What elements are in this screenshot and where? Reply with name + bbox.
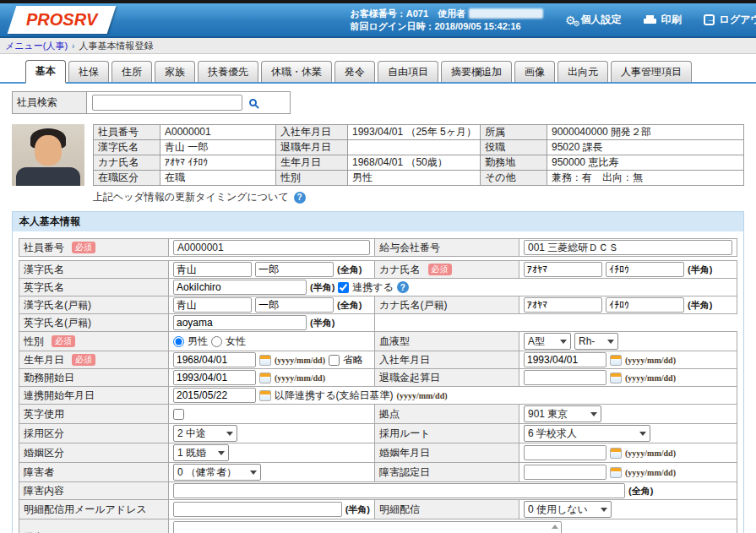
summary-value: 在職	[160, 170, 276, 186]
calendar-icon[interactable]	[610, 373, 622, 383]
personal-settings-label: 個人設定	[581, 13, 622, 27]
summary-value: 9000040000 開発２部	[547, 124, 744, 140]
english-name-input[interactable]	[173, 280, 307, 295]
calendar-icon[interactable]	[610, 448, 622, 459]
payroll-company-cell: 001 三菱総研ＤＣＳ	[519, 238, 737, 257]
hire-type-select[interactable]: 2 中途	[173, 425, 237, 442]
logout-icon	[704, 14, 715, 25]
print-button[interactable]: 印刷	[644, 13, 682, 27]
statement-email-input[interactable]	[173, 502, 342, 517]
form-row-employee-no: 社員番号 必須 A0000001 給与会社番号 001 三菱総研ＤＣＳ	[19, 238, 737, 257]
form-row-english-name: 英字氏名 (半角) 連携する	[19, 278, 737, 296]
marriage-date-input[interactable]	[524, 445, 606, 460]
kanji-first-name-koseki-input[interactable]	[255, 297, 334, 313]
help-icon[interactable]	[294, 192, 306, 204]
redacted-username	[469, 8, 543, 19]
rh-select[interactable]: Rh-	[574, 333, 618, 350]
employee-no-value: A0000001	[173, 240, 370, 255]
tab-dependent-priority[interactable]: 扶養優先	[198, 61, 258, 82]
tab-social-insurance[interactable]: 社保	[68, 61, 109, 82]
search-icon[interactable]	[249, 99, 257, 106]
hire-route-select[interactable]: 6 学校求人	[524, 425, 650, 442]
tab-free-items[interactable]: 自由項目	[378, 61, 438, 82]
tab-family[interactable]: 家族	[155, 61, 195, 82]
summary-value: 1993/04/01 （25年 5ヶ月）	[347, 124, 481, 140]
gender-female-radio[interactable]	[211, 336, 222, 347]
tab-basic[interactable]: 基本	[25, 60, 66, 84]
date-format-note: (yyyy/mm/dd)	[625, 356, 676, 365]
summary-value: ｱｵﾔﾏ ｲﾁﾛｳ	[160, 155, 276, 171]
kanji-first-name-input[interactable]	[255, 262, 334, 277]
tab-summary-add[interactable]: 摘要欄追加	[441, 61, 512, 82]
tab-secondment-source[interactable]: 出向元	[557, 61, 608, 82]
english-use-checkbox[interactable]	[173, 409, 184, 420]
english-name-koseki-input[interactable]	[173, 315, 307, 330]
rh-value: Rh-	[579, 335, 601, 347]
calendar-icon[interactable]	[259, 355, 271, 366]
kana-first-name-input[interactable]	[606, 262, 684, 277]
kana-name-label-cell: カナ氏名 必須	[374, 260, 519, 279]
summary-value: 950000 恵比寿	[547, 155, 744, 171]
english-name-koseki-label: 英字氏名(戸籍)	[24, 316, 91, 330]
form-row-english-use: 英字使用 拠点 901 東京	[19, 404, 737, 424]
hire-date-input[interactable]	[524, 352, 606, 367]
summary-label: その他	[480, 170, 547, 186]
birth-date-omit-checkbox[interactable]	[329, 355, 340, 366]
marriage-type-cell: 1 既婚	[168, 443, 375, 463]
employee-search-input[interactable]	[92, 95, 242, 111]
calendar-icon[interactable]	[259, 373, 271, 383]
location-select[interactable]: 901 東京	[524, 405, 601, 422]
summary-row: カナ氏名 ｱｵﾔﾏ ｲﾁﾛｳ 生年月日 1968/04/01 （50歳） 勤務地…	[93, 155, 744, 171]
help-icon[interactable]	[397, 281, 409, 293]
remarks-textarea[interactable]	[174, 522, 549, 533]
gender-cell: 男性 女性	[168, 331, 375, 351]
link-checkbox-label: 連携する	[352, 280, 394, 295]
summary-label: カナ氏名	[93, 155, 160, 171]
form-row-disability-detail: 障害内容 (全角)	[19, 481, 737, 500]
calendar-icon[interactable]	[259, 390, 271, 401]
kana-first-name-koseki-input[interactable]	[606, 297, 684, 313]
disability-cell: 0 （健常者）	[168, 462, 375, 482]
summary-row: 社員番号 A0000001 入社年月日 1993/04/01 （25年 5ヶ月）…	[93, 124, 744, 140]
kana-last-name-koseki-input[interactable]	[524, 297, 602, 313]
marriage-date-cell: (yyyy/mm/dd)	[519, 443, 737, 463]
blood-type-select[interactable]: A型	[524, 333, 571, 350]
tab-bar: 基本 社保 住所 家族 扶養優先 休職・休業 発令 自由項目 摘要欄追加 画像 …	[0, 54, 756, 84]
severance-base-date-input[interactable]	[524, 370, 606, 385]
kana-last-name-input[interactable]	[524, 262, 602, 277]
remarks-scrollbar[interactable]	[549, 522, 561, 533]
logout-button[interactable]: ログアウト	[704, 13, 756, 27]
personal-settings-button[interactable]: ⚙ 個人設定	[565, 13, 622, 27]
kanji-name-label-cell: 漢字氏名	[19, 260, 169, 279]
birth-date-input[interactable]	[173, 352, 256, 367]
tab-appointment[interactable]: 発令	[334, 61, 375, 82]
gender-male-radio[interactable]	[173, 336, 184, 347]
tab-image[interactable]: 画像	[514, 61, 555, 82]
marriage-type-select[interactable]: 1 既婚	[173, 444, 229, 461]
disability-cert-date-input[interactable]	[524, 465, 606, 480]
tab-leave[interactable]: 休職・休業	[261, 61, 332, 82]
payroll-company-label-cell: 給与会社番号	[374, 238, 519, 257]
location-cell: 901 東京	[519, 404, 737, 424]
form-row-statement-email: 明細配信用メールアドレス (半角) 明細配信 0 使用しない	[19, 499, 737, 519]
tab-hr-management-items[interactable]: 人事管理項目	[611, 61, 692, 82]
scroll-up-icon[interactable]	[552, 525, 558, 529]
calendar-icon[interactable]	[610, 467, 622, 478]
work-start-date-input[interactable]	[173, 370, 256, 385]
kanji-last-name-koseki-input[interactable]	[173, 297, 252, 313]
english-name-koseki-label-cell: 英字氏名(戸籍)	[19, 313, 169, 332]
calendar-icon[interactable]	[610, 355, 622, 366]
link-checkbox[interactable]	[338, 282, 349, 293]
disability-select[interactable]: 0 （健常者）	[173, 464, 261, 481]
kanji-last-name-input[interactable]	[173, 262, 252, 277]
disability-value: 0 （健常者）	[177, 465, 243, 480]
link-start-date-input[interactable]	[173, 388, 256, 403]
statement-delivery-label: 明細配信	[379, 503, 420, 517]
disability-detail-input[interactable]	[173, 483, 625, 498]
tab-address[interactable]: 住所	[111, 61, 152, 82]
breadcrumb-menu-link[interactable]: メニュー(人事)	[5, 40, 68, 52]
statement-delivery-select[interactable]: 0 使用しない	[524, 501, 612, 518]
disability-label-cell: 障害者	[19, 462, 169, 482]
breadcrumb: メニュー(人事) › 人事基本情報登録	[0, 38, 756, 54]
statement-email-cell: (半角)	[168, 499, 375, 519]
